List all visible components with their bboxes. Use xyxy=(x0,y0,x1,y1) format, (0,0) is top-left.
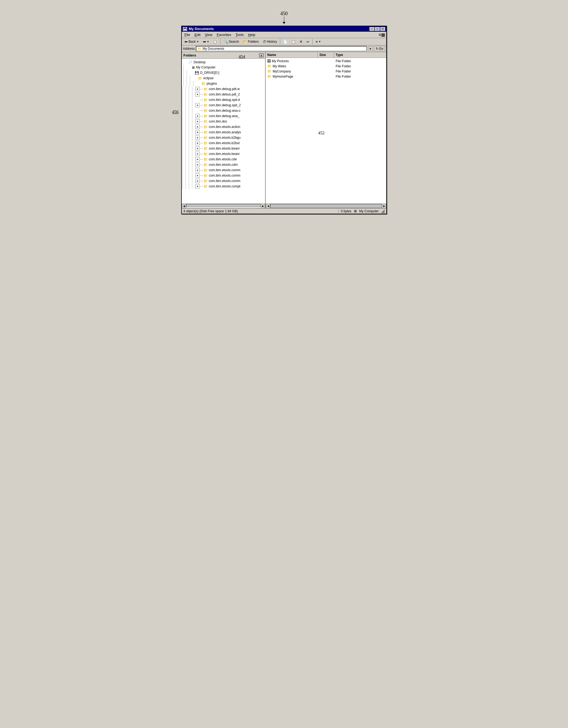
address-dropdown[interactable]: ▼ xyxy=(368,46,373,51)
expander-icon[interactable]: + xyxy=(195,114,200,118)
tree-item-plugin-6[interactable]: +📁com.ibm.doc xyxy=(182,119,265,124)
expander-icon[interactable]: + xyxy=(195,152,200,156)
tree-item-plugin-9[interactable]: +📁com.ibm.etools.b2bgu xyxy=(182,135,265,140)
file-type: File Folder xyxy=(334,70,386,73)
maximize-button[interactable]: □ xyxy=(375,27,380,31)
tree-item-eclipse[interactable]: 📁 eclipse xyxy=(182,75,265,81)
tree-item-plugin-16[interactable]: +📁com.ibm.etools.comm xyxy=(182,173,265,178)
folders-scroll-track[interactable] xyxy=(186,204,261,207)
expander-icon[interactable]: + xyxy=(195,125,200,129)
copy2-button[interactable]: 📋 xyxy=(290,39,297,45)
expander-icon[interactable]: + xyxy=(195,163,200,167)
plugin-folder-icon: 📁 xyxy=(203,120,208,124)
svg-rect-1 xyxy=(184,28,186,29)
tree-item-plugin-18[interactable]: +📁com.ibm.etools.compt xyxy=(182,184,265,189)
search-icon: 🔍 xyxy=(223,39,228,44)
views-button[interactable]: ≡ ▼ xyxy=(314,39,323,45)
file-item-1[interactable]: 📁My WebsFile Folder xyxy=(266,64,386,69)
minimize-button[interactable]: ─ xyxy=(369,27,374,31)
folders-button[interactable]: 📂 Folders xyxy=(241,39,260,45)
folders-icon: 📂 xyxy=(243,40,247,44)
plugin-folder-icon: 📁 xyxy=(203,184,208,188)
copy-button[interactable]: 📄 xyxy=(282,39,289,45)
expander-icon[interactable]: + xyxy=(195,179,200,183)
files-panel: Name Size Type 🖼My PicturesFile Folder📁M… xyxy=(266,52,386,204)
plugin-folder-icon: 📁 xyxy=(203,163,208,167)
tree-item-plugin-1[interactable]: +📁com.ibm.debus.pdt_2 xyxy=(182,92,265,97)
tree-item-plugin-15[interactable]: +📁com.ibm.etools.comm xyxy=(182,167,265,173)
folders-close-button[interactable]: x xyxy=(259,54,263,57)
expander-icon[interactable]: + xyxy=(195,173,200,178)
expander-icon[interactable]: + xyxy=(195,184,200,188)
tree-item-desktop[interactable]: 📄 Desktop xyxy=(182,60,265,65)
files-scroll-right[interactable]: ▶ xyxy=(382,204,386,208)
search-button[interactable]: 🔍 Search xyxy=(222,39,241,45)
folders-scroll-left[interactable]: ◀ xyxy=(182,204,186,208)
folders-panel: Folders x 📄 Desktop xyxy=(182,52,266,204)
go-button[interactable]: ↻ Go xyxy=(374,46,385,51)
expander-icon[interactable]: + xyxy=(195,157,200,161)
plugin-folder-icon: 📁 xyxy=(203,174,208,178)
delete-button[interactable]: ✕ xyxy=(298,39,304,45)
tree-item-plugin-11[interactable]: +📁com.ibm.etools.beani xyxy=(182,146,265,151)
tree-item-plugin-12[interactable]: +📁com.ibm.etools.beani xyxy=(182,151,265,157)
menu-favorites[interactable]: Favorites xyxy=(215,32,233,37)
history-button[interactable]: ⏱ History xyxy=(261,39,279,45)
forward-button[interactable]: ➡ ▼ xyxy=(201,39,211,45)
plugins-icon: 📁 xyxy=(201,82,206,86)
files-scroll-left[interactable]: ◀ xyxy=(266,204,270,208)
menu-tools[interactable]: Tools xyxy=(234,32,245,37)
tree-item-plugin-5[interactable]: +📁com.ibm.debug.wsa_ xyxy=(182,113,265,119)
col-header-size[interactable]: Size xyxy=(318,52,334,58)
expander-icon[interactable]: + xyxy=(195,92,200,97)
expander-icon[interactable]: + xyxy=(195,130,200,134)
files-scroll-track[interactable] xyxy=(270,204,382,208)
tree-item-plugin-13[interactable]: +📁com.ibm.etools.cde xyxy=(182,157,265,162)
search-label: Search xyxy=(229,40,239,44)
folders-scroll-right[interactable]: ▶ xyxy=(261,204,265,208)
expander-icon[interactable]: + xyxy=(195,168,200,172)
status-text: 4 object(s) (Disk Free space 1.64 GB) xyxy=(183,209,338,213)
file-item-3[interactable]: 📁MyHomePageFile Folder xyxy=(266,74,386,79)
col-header-type[interactable]: Type xyxy=(334,52,386,58)
plugin-label: com.ibm.etools.cde xyxy=(209,157,237,161)
up-button[interactable]: 📋 xyxy=(212,39,219,44)
tree-item-plugin-14[interactable]: +📁com.ibm.etools.cdm xyxy=(182,162,265,167)
expander-icon[interactable]: + xyxy=(195,146,200,151)
tree-item-plugin-8[interactable]: +📁com.ibm.etools.analys xyxy=(182,130,265,135)
menu-help[interactable]: Help xyxy=(246,32,257,37)
tree-item-plugin-10[interactable]: +📁com.ibm.etools.b2but xyxy=(182,140,265,146)
file-icon: 🖼 xyxy=(267,59,271,63)
tree-item-plugin-7[interactable]: +📁com.ibm.etools.action xyxy=(182,124,265,130)
main-content: Folders x 📄 Desktop xyxy=(182,52,386,204)
plugin-label: com.ibm.etools.action xyxy=(209,125,240,129)
tree-item-ddrive[interactable]: 💾 D_DRIVE[D:] xyxy=(182,70,265,75)
eclipse-icon: 📁 xyxy=(198,76,202,80)
folders-tree[interactable]: 📄 Desktop 🖥 My Computer xyxy=(182,59,265,204)
expander-icon[interactable]: + xyxy=(195,103,200,107)
tree-item-plugin-2[interactable]: 📁com.ibm.debug.spd.d xyxy=(182,97,265,102)
tree-item-plugin-3[interactable]: +📁com.ibm.debug.spd_2 xyxy=(182,102,265,108)
tree-item-plugins[interactable]: 📁 plugins xyxy=(182,81,265,86)
expander-icon[interactable]: + xyxy=(195,87,200,91)
undo-button[interactable]: ↩ xyxy=(305,39,311,45)
tree-item-mycomputer[interactable]: 🖥 My Computer xyxy=(182,65,265,70)
toolbar-separator-2 xyxy=(280,39,280,45)
expander-icon[interactable]: + xyxy=(195,119,200,124)
tree-item-plugin-0[interactable]: +📁com.ibm.debug.pdt.w xyxy=(182,86,265,92)
close-button[interactable]: ✕ xyxy=(380,27,385,31)
file-name: MyCompany xyxy=(273,70,291,73)
file-item-2[interactable]: 📁MyCompanyFile Folder xyxy=(266,69,386,74)
resize-grip[interactable] xyxy=(381,209,385,213)
back-button[interactable]: ⬅ Back ▼ xyxy=(183,39,201,45)
expander-icon[interactable]: + xyxy=(195,141,200,145)
file-item-0[interactable]: 🖼My PicturesFile Folder xyxy=(266,58,386,64)
tree-item-plugin-17[interactable]: +📁com.ibm.etools.comm xyxy=(182,178,265,184)
menu-file[interactable]: File xyxy=(183,32,192,37)
copy-icon: 📄 xyxy=(283,40,288,44)
expander-icon[interactable]: + xyxy=(195,135,200,140)
col-header-name[interactable]: Name xyxy=(266,52,318,58)
menu-edit[interactable]: Edit xyxy=(193,32,202,37)
menu-view[interactable]: View xyxy=(203,32,214,37)
tree-item-plugin-4[interactable]: 📁com.ibm.debug.wsa.o xyxy=(182,108,265,113)
